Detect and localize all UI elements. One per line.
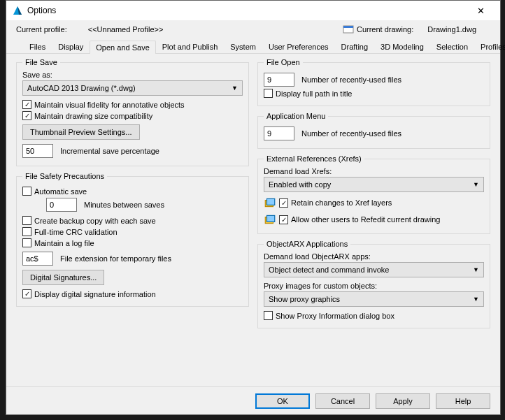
file-open-group: File Open Number of recently-used files … [257,58,490,106]
visual-fidelity-label: Maintain visual fidelity for annotative … [34,101,185,109]
demand-arx-value: Object detect and command invoke [269,266,389,274]
tab-files[interactable]: Files [23,40,52,53]
proxy-images-label: Proxy images for custom objects: [264,282,484,290]
save-as-value: AutoCAD 2013 Drawing (*.dwg) [27,84,136,92]
retain-xref-label: Retain changes to Xref layers [291,198,392,207]
appmenu-recent-input[interactable] [264,126,294,140]
left-column: File Save Save as: AutoCAD 2013 Drawing … [16,58,249,385]
tab-content: File Save Save as: AutoCAD 2013 Drawing … [6,54,500,386]
visual-fidelity-checkbox[interactable] [22,100,31,109]
appmenu-recent-label: Number of recently-used files [301,129,401,138]
tab-plot-and-publish[interactable]: Plot and Publish [156,40,225,53]
demand-xrefs-value: Enabled with copy [269,180,331,189]
current-profile-value: <<Unnamed Profile>> [88,25,164,34]
recent-files-input[interactable] [264,73,294,87]
automatic-save-label: Automatic save [34,187,87,196]
xrefs-legend: External References (Xrefs) [264,154,364,163]
automatic-save-checkbox[interactable] [22,187,31,196]
proxy-images-value: Show proxy graphics [269,295,340,303]
xrefs-group: External References (Xrefs) Demand load … [257,154,490,234]
window-title: Options [27,6,467,15]
tab-profiles[interactable]: Profiles [474,40,505,53]
backup-copy-label: Create backup copy with each save [34,217,156,225]
profile-bar: Current profile: <<Unnamed Profile>> Cur… [6,20,500,38]
apply-button[interactable]: Apply [376,393,430,409]
tab-system[interactable]: System [224,40,262,53]
signature-info-checkbox[interactable] [22,289,31,298]
svg-rect-5 [267,198,275,205]
minutes-label: Minutes between saves [84,201,164,209]
log-file-checkbox[interactable] [22,238,31,247]
file-safety-group: File Safety Precautions Automatic save M… [16,172,249,307]
cancel-button[interactable]: Cancel [315,393,370,409]
file-safety-legend: File Safety Precautions [22,172,107,180]
app-menu-legend: Application Menu [264,112,328,120]
file-save-group: File Save Save as: AutoCAD 2013 Drawing … [16,58,249,166]
options-dialog: Options ✕ Current profile: <<Unnamed Pro… [6,0,501,415]
titlebar: Options ✕ [6,1,500,20]
demand-xrefs-label: Demand load Xrefs: [264,167,484,175]
retain-xref-checkbox[interactable] [279,198,288,208]
tab-selection[interactable]: Selection [430,40,474,53]
help-button[interactable]: Help [436,393,490,409]
digital-signatures-button[interactable]: Digital Signatures... [22,270,104,285]
current-drawing-label: Current drawing: [357,25,413,34]
tab-open-and-save[interactable]: Open and Save [90,41,155,54]
show-proxy-checkbox[interactable] [264,311,273,320]
svg-rect-7 [267,215,275,222]
file-open-legend: File Open [264,58,303,66]
app-menu-group: Application Menu Number of recently-used… [257,112,490,149]
app-logo-icon [12,5,23,16]
right-column: File Open Number of recently-used files … [257,58,490,385]
objectarx-group: ObjectARX Applications Demand load Objec… [257,240,490,328]
chevron-down-icon: ▼ [232,85,238,92]
svg-rect-3 [343,26,353,28]
thumbnail-settings-button[interactable]: Thumbnail Preview Settings... [22,124,140,140]
dialog-footer: OK Cancel Apply Help [6,386,500,414]
full-path-label: Display full path in title [276,89,352,98]
temp-ext-label: File extension for temporary files [60,254,171,263]
chevron-down-icon: ▼ [473,296,479,303]
temp-ext-input[interactable] [22,252,53,266]
drawing-icon [343,24,354,35]
full-path-checkbox[interactable] [264,89,273,98]
file-save-legend: File Save [22,58,60,66]
incremental-save-label: Incremental save percentage [60,147,159,155]
demand-xrefs-dropdown[interactable]: Enabled with copy ▼ [264,177,484,192]
crc-label: Full-time CRC validation [34,228,118,236]
tab-3d-modeling[interactable]: 3D Modeling [374,40,430,53]
tab-drafting[interactable]: Drafting [335,40,375,53]
tab-display[interactable]: Display [52,40,90,53]
backup-copy-checkbox[interactable] [22,216,31,225]
tab-strip: Files Display Open and Save Plot and Pub… [6,38,500,54]
crc-checkbox[interactable] [22,227,31,236]
chevron-down-icon: ▼ [473,266,479,273]
allow-refedit-label: Allow other users to Refedit current dra… [291,215,440,224]
save-as-label: Save as: [22,71,243,79]
log-file-label: Maintain a log file [34,239,94,247]
current-profile-label: Current profile: [16,25,67,34]
demand-arx-label: Demand load ObjectARX apps: [264,252,484,261]
current-drawing-value: Drawing1.dwg [427,25,476,34]
recent-files-label: Number of recently-used files [301,75,401,84]
xref-layers-icon [264,196,276,209]
drawing-size-checkbox[interactable] [22,111,31,120]
chevron-down-icon: ▼ [473,181,479,188]
allow-refedit-checkbox[interactable] [279,215,288,224]
demand-arx-dropdown[interactable]: Object detect and command invoke ▼ [264,262,484,277]
drawing-size-label: Maintain drawing size compatibility [34,112,152,120]
show-proxy-label: Show Proxy Information dialog box [276,312,394,320]
ok-button[interactable]: OK [255,393,310,409]
xref-refedit-icon [264,213,276,226]
incremental-save-input[interactable] [22,144,53,158]
signature-info-label: Display digital signature information [34,290,156,298]
proxy-images-dropdown[interactable]: Show proxy graphics ▼ [264,291,484,307]
minutes-input[interactable] [46,198,77,212]
tab-user-preferences[interactable]: User Preferences [262,40,335,53]
objectarx-legend: ObjectARX Applications [264,240,350,248]
close-button[interactable]: ✕ [467,1,495,20]
save-as-dropdown[interactable]: AutoCAD 2013 Drawing (*.dwg) ▼ [22,80,243,96]
